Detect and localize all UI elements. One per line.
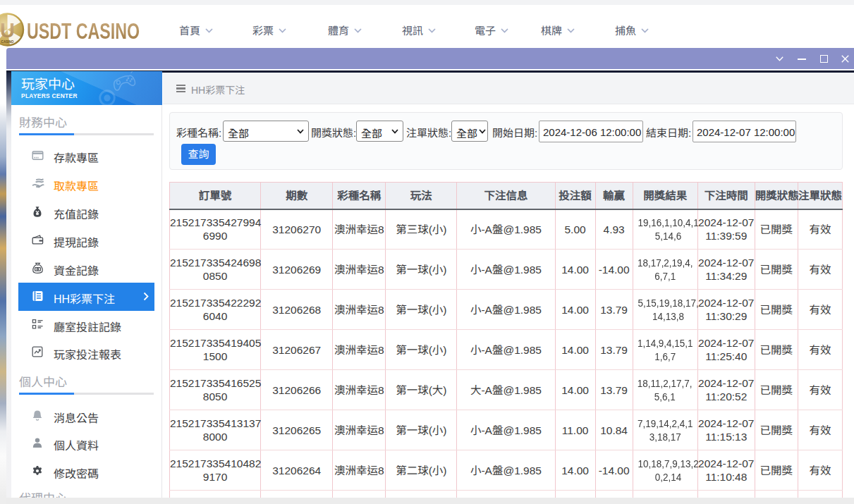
svg-text:CASINO: CASINO	[1, 40, 14, 44]
svg-text:U: U	[0, 19, 15, 42]
